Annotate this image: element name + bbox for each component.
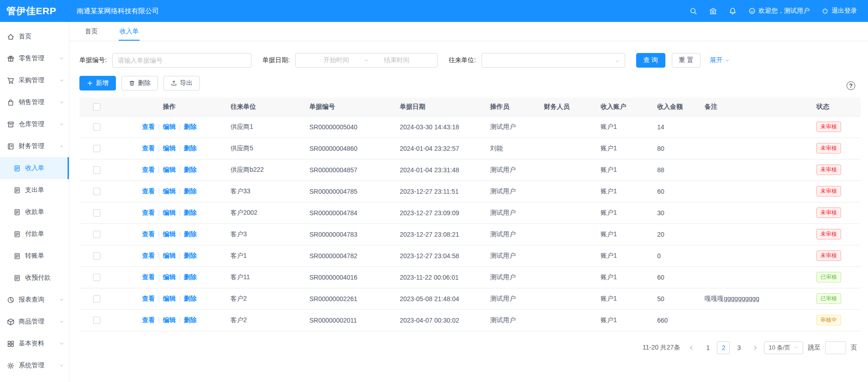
action-view-link[interactable]: 查看	[142, 209, 155, 216]
sidebar-item-finance[interactable]: 财务管理	[0, 135, 69, 157]
row-checkbox[interactable]	[93, 209, 100, 217]
action-edit-link[interactable]: 编辑	[163, 230, 176, 238]
sidebar-item-receipt[interactable]: 收款单	[0, 201, 69, 223]
action-edit-link[interactable]: 编辑	[163, 316, 176, 324]
page-button-3[interactable]: 3	[732, 341, 745, 354]
sidebar-item-home[interactable]: 首页	[0, 26, 69, 48]
search-button[interactable]: 查 询	[636, 53, 665, 68]
action-edit-link[interactable]: 编辑	[163, 273, 176, 281]
tab-income[interactable]: 收入单	[119, 22, 140, 41]
column-header: 收入金额	[652, 98, 699, 116]
action-delete-link[interactable]: 删除	[184, 295, 197, 302]
sidebar-item-purchase[interactable]: 采购管理	[0, 69, 69, 91]
sidebar-item-advance[interactable]: 收预付款	[0, 267, 69, 289]
action-delete-link[interactable]: 删除	[184, 316, 197, 324]
search-icon[interactable]	[690, 7, 697, 15]
sidebar-item-system[interactable]: 系统管理	[0, 355, 69, 377]
row-checkbox[interactable]	[93, 188, 100, 195]
bell-icon[interactable]	[729, 7, 737, 15]
action-view-link[interactable]: 查看	[142, 144, 155, 152]
action-delete-link[interactable]: 删除	[184, 144, 197, 152]
cell-date: 2024-03-30 14:43:18	[394, 116, 485, 138]
action-edit-link[interactable]: 编辑	[163, 166, 176, 173]
sidebar-item-transfer[interactable]: 转账单	[0, 245, 69, 267]
action-edit-link[interactable]: 编辑	[163, 295, 176, 302]
sidebar-item-warehouse[interactable]: 仓库管理	[0, 113, 69, 135]
action-delete-link[interactable]: 删除	[184, 166, 197, 173]
action-delete-link[interactable]: 删除	[184, 209, 197, 216]
sidebar-item-expense[interactable]: 支出单	[0, 179, 69, 201]
action-view-link[interactable]: 查看	[142, 273, 155, 281]
action-view-link[interactable]: 查看	[142, 230, 155, 238]
action-view-link[interactable]: 查看	[142, 166, 155, 173]
sidebar-item-retail[interactable]: 零售管理	[0, 48, 69, 69]
reports-icon	[7, 296, 15, 304]
export-button[interactable]: 导出	[163, 76, 200, 90]
delete-button[interactable]: 删除	[121, 76, 158, 90]
action-view-link[interactable]: 查看	[142, 295, 155, 302]
action-delete-link[interactable]: 删除	[184, 230, 197, 238]
jump-input[interactable]	[825, 341, 846, 354]
row-checkbox[interactable]	[93, 166, 100, 174]
action-edit-link[interactable]: 编辑	[163, 209, 176, 216]
sidebar-item-sales[interactable]: 销售管理	[0, 91, 69, 113]
page-button-2[interactable]: 2	[717, 341, 730, 354]
page-size-select[interactable]: 10 条/页	[764, 341, 803, 354]
column-header: 往来单位	[225, 98, 304, 116]
sidebar-item-basic[interactable]: 基本资料	[0, 333, 69, 355]
reset-button[interactable]: 重 置	[672, 53, 701, 68]
action-edit-link[interactable]: 编辑	[163, 123, 176, 130]
row-checkbox[interactable]	[93, 123, 100, 131]
expand-label: 展开	[710, 56, 722, 64]
partner-select[interactable]	[481, 53, 625, 68]
add-button[interactable]: 新增	[79, 76, 116, 90]
date-label: 单据日期:	[262, 56, 290, 64]
action-view-link[interactable]: 查看	[142, 252, 155, 259]
action-edit-link[interactable]: 编辑	[163, 252, 176, 259]
prev-page-button[interactable]	[687, 345, 695, 350]
action-delete-link[interactable]: 删除	[184, 123, 197, 130]
cell-date: 2023-12-27 23:09:09	[394, 202, 485, 223]
action-delete-link[interactable]: 删除	[184, 187, 197, 195]
bill-no-input[interactable]	[112, 53, 251, 68]
building-icon[interactable]	[709, 7, 717, 15]
action-delete-link[interactable]: 删除	[184, 273, 197, 281]
date-range-input[interactable]: 开始时间 ~ 结束时间	[295, 53, 438, 68]
help-icon[interactable]: ?	[847, 81, 855, 90]
column-header: 收入账户	[595, 98, 652, 116]
tab-home[interactable]: 首页	[84, 22, 99, 41]
action-separator: |	[179, 230, 181, 238]
chevron-down-icon	[725, 58, 730, 63]
welcome-user[interactable]: 欢迎您，测试用户	[748, 7, 810, 15]
sidebar-item-payment[interactable]: 付款单	[0, 223, 69, 245]
action-edit-link[interactable]: 编辑	[163, 187, 176, 195]
action-separator: |	[158, 295, 160, 302]
page-button-1[interactable]: 1	[701, 341, 714, 354]
action-view-link[interactable]: 查看	[142, 187, 155, 195]
row-checkbox[interactable]	[93, 252, 100, 260]
action-view-link[interactable]: 查看	[142, 123, 155, 130]
cell-bill_no: SR00000002261	[304, 288, 394, 309]
action-separator: |	[158, 273, 160, 281]
column-header: 备注	[699, 98, 811, 116]
action-edit-link[interactable]: 编辑	[163, 144, 176, 152]
select-all-checkbox[interactable]	[93, 103, 100, 111]
action-separator: |	[179, 123, 181, 130]
next-page-button[interactable]	[751, 345, 759, 350]
cell-account: 账户1	[595, 180, 652, 202]
status-badge: 未审核	[816, 229, 841, 239]
action-delete-link[interactable]: 删除	[184, 252, 197, 259]
expand-link[interactable]: 展开	[710, 56, 730, 64]
row-checkbox[interactable]	[93, 317, 100, 324]
row-checkbox[interactable]	[93, 231, 100, 238]
row-checkbox[interactable]	[93, 295, 100, 302]
sidebar-item-goods[interactable]: 商品管理	[0, 311, 69, 333]
sidebar-item-income[interactable]: 收入单	[0, 157, 69, 179]
sidebar-item-reports[interactable]: 报表查询	[0, 289, 69, 311]
column-header: 单据编号	[304, 98, 394, 116]
action-view-link[interactable]: 查看	[142, 316, 155, 324]
chevron-down-icon	[59, 297, 64, 302]
logout-button[interactable]: 退出登录	[821, 7, 857, 15]
row-checkbox[interactable]	[93, 145, 100, 152]
row-checkbox[interactable]	[93, 274, 100, 281]
